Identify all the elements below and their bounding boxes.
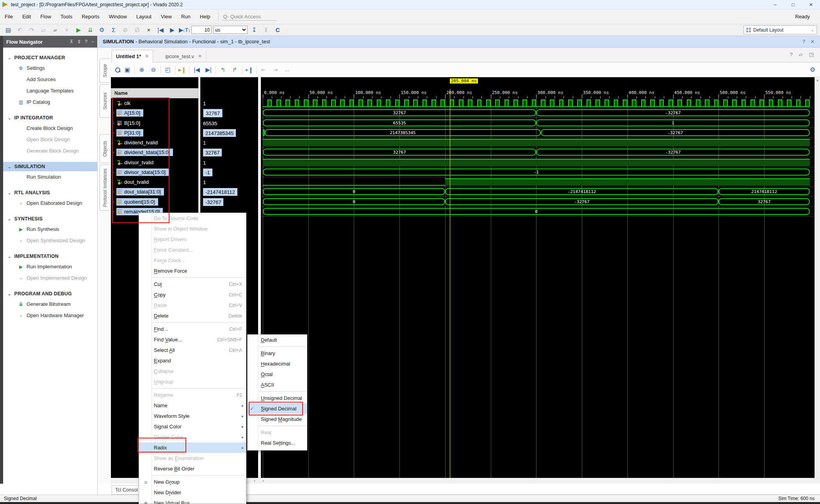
wave-lane-divisor_tvalid[interactable] <box>261 158 815 167</box>
sidebar-item-create-block-design[interactable]: Create Block Design <box>3 122 97 134</box>
menu-item-delete[interactable]: DeleteDelete <box>139 311 246 321</box>
value-row-quotient-15-0-[interactable]: -32767 <box>200 197 258 207</box>
menu-item-ascii[interactable]: ASCII <box>248 380 307 390</box>
waveform-pane[interactable]: 205.004 ns 0.000 ns50.000 ns100.000 ns15… <box>261 77 815 478</box>
side-tab-objects[interactable]: Objects <box>100 134 110 163</box>
quick-access-input[interactable]: Q- Quick Access <box>222 13 276 21</box>
go-to-cursor-icon[interactable]: ▸❙ <box>178 66 187 73</box>
sidebar-item-run-implementation[interactable]: ▶Run Implementation <box>3 261 97 272</box>
tab-close-icon[interactable]: ✕ <box>198 53 202 59</box>
wave-lane-clk[interactable] <box>261 98 815 108</box>
menu-view[interactable]: View <box>156 12 176 21</box>
value-row-divisor_tvalid[interactable]: 1 <box>200 158 258 167</box>
side-tab-scope[interactable]: Scope <box>100 59 110 83</box>
cursor-time-label[interactable]: 205.004 ns <box>450 78 478 83</box>
wave-lane-quotient-15-0-[interactable]: 0-3276732767 <box>261 197 815 207</box>
wave-lane-dout_tvalid[interactable] <box>261 177 815 187</box>
restart-sim-icon[interactable]: |◀ <box>155 25 166 35</box>
prev-transition-icon[interactable]: ↰ <box>218 66 228 73</box>
menu-item-new-divider[interactable]: New Divider <box>139 487 246 498</box>
step-icon[interactable]: ↧ <box>249 25 259 35</box>
open-file-icon[interactable]: ▤ <box>3 25 13 35</box>
menu-reports[interactable]: Reports <box>77 12 104 21</box>
menu-flow[interactable]: Flow <box>36 12 55 21</box>
panel-corner-icon[interactable]: ? <box>790 51 792 57</box>
scroll-right-icon[interactable]: › <box>254 478 255 483</box>
sidebar-item-ip-catalog[interactable]: ▥IP Catalog <box>3 96 97 108</box>
menu-run[interactable]: Run <box>176 12 195 21</box>
wave-settings-gear-icon[interactable]: ⚙ <box>810 66 815 73</box>
sim-time-input[interactable] <box>191 26 212 34</box>
menu-item-hexadecimal[interactable]: Hexadecimal <box>248 358 307 369</box>
cursor-line[interactable] <box>450 89 450 478</box>
name-column-header[interactable]: Name <box>111 88 198 98</box>
tab-close-icon[interactable]: ✕ <box>145 53 149 59</box>
menu-item-find-[interactable]: Find...Ctrl+F <box>139 324 246 334</box>
add-marker-icon[interactable]: +❙ <box>244 66 254 73</box>
go-to-last-icon[interactable]: ▶| <box>204 66 213 73</box>
wave-lane-divisor_tdata-15-0-[interactable]: -1 <box>261 167 815 177</box>
maximize-button[interactable]: □ <box>784 0 802 9</box>
sidebar-item-language-templates[interactable]: Language Templates <box>3 85 97 96</box>
menu-help[interactable]: Help <box>195 12 215 21</box>
tab-untitled-1-[interactable]: Untitled 1*✕ <box>112 50 153 62</box>
sidebar-item-generate-bitstream[interactable]: ⇊Generate Bitstream <box>3 298 97 310</box>
menu-edit[interactable]: Edit <box>18 12 36 21</box>
run-for-time-icon[interactable]: ▶₍T₎ <box>179 25 190 35</box>
generate-bitstream-icon[interactable]: ⇊ <box>85 25 95 35</box>
sidebar-section-rtl-analysis[interactable]: ⌄RTL ANALYSIS <box>3 188 97 197</box>
value-row-clk[interactable]: 1 <box>200 98 258 108</box>
go-to-time-0-icon[interactable]: |◀ <box>192 66 201 73</box>
menu-item-octal[interactable]: Octal <box>248 369 307 380</box>
wave-lane-dout_tdata-31-0-[interactable]: 0-21474181122147418112 <box>261 187 815 197</box>
zoom-in-icon[interactable]: ⊕ <box>137 66 146 73</box>
side-tab-sources[interactable]: Sources <box>100 84 110 118</box>
value-row-dout_tvalid[interactable]: 1 <box>200 177 258 187</box>
sidebar-item-add-sources[interactable]: Add Sources <box>3 74 97 85</box>
help-icon[interactable]: ? <box>802 39 805 44</box>
layout-selector[interactable]: Default Layout ⌄ <box>743 25 817 34</box>
sidebar-item-settings[interactable]: ⚙Settings <box>3 62 97 74</box>
close-panel-icon[interactable]: ✕ <box>811 39 815 44</box>
report-icon[interactable]: Σ <box>109 25 119 35</box>
menu-layout[interactable]: Layout <box>132 12 156 21</box>
menu-item-copy[interactable]: CopyCtrl+C <box>139 289 246 300</box>
zoom-fit-icon[interactable]: ◰ <box>163 66 173 73</box>
menu-item-real-settings-[interactable]: Real Settings... <box>248 438 307 448</box>
panel-corner-icon[interactable]: ▱ <box>799 51 803 57</box>
sidebar-section-synthesis[interactable]: ⌄SYNTHESIS <box>3 214 97 224</box>
sidebar-section-implementation[interactable]: ⌄IMPLEMENTATION <box>3 252 97 261</box>
value-row-P-31-0-[interactable]: 2147385345 <box>200 128 258 138</box>
vertical-scrollbar[interactable]: ▲ <box>815 77 820 478</box>
menu-item-new-virtual-bus[interactable]: ◉New Virtual Bus <box>139 498 246 504</box>
menu-item-new-group[interactable]: ⧈New Group <box>139 477 246 487</box>
clear-icon[interactable]: × <box>144 25 154 35</box>
flow-nav-header-icon[interactable]: − <box>91 39 94 44</box>
value-row-divisor_tdata-15-0-[interactable]: -1 <box>200 167 258 177</box>
tab-tcl-console[interactable]: Tcl Consol <box>112 485 141 495</box>
scroll-left-icon[interactable]: ‹ <box>262 478 264 483</box>
menu-item-binary[interactable]: Binary <box>248 348 307 358</box>
sidebar-item-open-elaborated-design[interactable]: ›Open Elaborated Design <box>3 197 97 209</box>
run-all-icon[interactable]: ▶ <box>167 25 177 35</box>
wave-lane-dividend_tdata-15-0-[interactable]: 32767-32767 <box>261 147 815 157</box>
menu-window[interactable]: Window <box>104 12 132 21</box>
menu-item-waveform-style[interactable]: Waveform Style▸ <box>139 411 246 421</box>
run-icon[interactable]: ▶ <box>73 25 84 35</box>
menu-item-cut[interactable]: CutCtrl+X <box>139 279 246 289</box>
scroll-up-icon[interactable]: ▲ <box>816 78 819 82</box>
menu-item-name[interactable]: Name▸ <box>139 400 246 411</box>
minimize-button[interactable]: – <box>766 0 784 9</box>
flow-nav-header-icon[interactable]: ⊼ <box>70 39 73 44</box>
settings-icon[interactable]: ⚙ <box>97 25 107 35</box>
close-button[interactable]: ✕ <box>802 0 820 9</box>
menu-item-expand[interactable]: Expand <box>139 355 246 366</box>
zoom-out-icon[interactable]: ⊖ <box>149 66 158 73</box>
menu-item-find-value-[interactable]: Find Value...Ctrl+Shift+F <box>139 334 246 345</box>
sidebar-section-ip-integrator[interactable]: ⌄IP INTEGRATOR <box>3 113 97 122</box>
flow-nav-header-icon[interactable]: ⇕ <box>77 39 81 44</box>
wave-lane-dividend_tvalid[interactable] <box>261 138 815 147</box>
value-row-dividend_tdata-15-0-[interactable]: 32767 <box>200 147 258 157</box>
time-unit-select[interactable]: us <box>213 26 248 34</box>
menu-item-select-all[interactable]: Select AllCtrl+A <box>139 345 246 355</box>
